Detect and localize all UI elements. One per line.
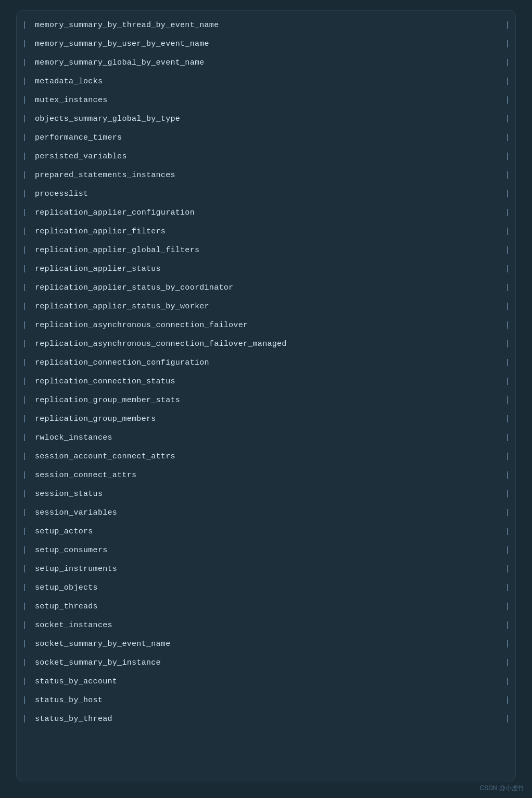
table-row: |setup_instruments| <box>17 560 515 579</box>
cell-value: socket_instances <box>32 619 500 632</box>
table-row: |status_by_thread| <box>17 710 515 729</box>
pipe-right: | <box>500 338 515 351</box>
table-row: |prepared_statements_instances| <box>17 166 515 185</box>
pipe-right: | <box>500 638 515 651</box>
pipe-left: | <box>17 713 32 726</box>
table-row: |socket_instances| <box>17 616 515 635</box>
pipe-left: | <box>17 394 32 407</box>
table-row: |processlist| <box>17 185 515 204</box>
table-row: |memory_summary_by_thread_by_event_name| <box>17 16 515 35</box>
table-row: |rwlock_instances| <box>17 429 515 447</box>
pipe-right: | <box>500 113 515 126</box>
pipe-right: | <box>500 57 515 69</box>
cell-value: setup_objects <box>32 582 500 594</box>
pipe-right: | <box>500 507 515 519</box>
pipe-left: | <box>17 451 32 463</box>
pipe-left: | <box>17 563 32 576</box>
cell-value: replication_connection_configuration <box>32 357 500 369</box>
pipe-left: | <box>17 94 32 107</box>
pipe-right: | <box>500 432 515 444</box>
cell-value: status_by_host <box>32 694 500 707</box>
pipe-right: | <box>500 188 515 201</box>
table-row: |replication_applier_filters| <box>17 222 515 241</box>
pipe-left: | <box>17 694 32 707</box>
cell-value: replication_group_members <box>32 413 500 426</box>
pipe-left: | <box>17 76 32 88</box>
table-row: |replication_group_members| <box>17 410 515 429</box>
pipe-left: | <box>17 226 32 238</box>
table-row: |status_by_host| <box>17 691 515 710</box>
pipe-right: | <box>500 132 515 144</box>
table-row: |session_status| <box>17 485 515 504</box>
pipe-left: | <box>17 263 32 276</box>
pipe-left: | <box>17 244 32 257</box>
table-row: |socket_summary_by_instance| <box>17 654 515 672</box>
table-row: |setup_consumers| <box>17 541 515 560</box>
pipe-left: | <box>17 357 32 369</box>
pipe-right: | <box>500 694 515 707</box>
table-row: |replication_group_member_stats| <box>17 391 515 410</box>
cell-value: setup_instruments <box>32 563 500 576</box>
cell-value: replication_asynchronous_connection_fail… <box>32 338 500 351</box>
pipe-left: | <box>17 638 32 651</box>
cell-value: replication_group_member_stats <box>32 394 500 407</box>
pipe-left: | <box>17 657 32 669</box>
cell-value: objects_summary_global_by_type <box>32 113 500 126</box>
cell-value: session_variables <box>32 507 500 519</box>
cell-value: setup_threads <box>32 601 500 613</box>
pipe-right: | <box>500 207 515 219</box>
pipe-left: | <box>17 376 32 388</box>
table-row: |session_connect_attrs| <box>17 466 515 485</box>
pipe-left: | <box>17 301 32 313</box>
table-row: |replication_applier_status_by_coordinat… <box>17 279 515 297</box>
pipe-left: | <box>17 207 32 219</box>
pipe-right: | <box>500 413 515 426</box>
table-row: |socket_summary_by_event_name| <box>17 635 515 654</box>
table-row: |status_by_account| <box>17 672 515 691</box>
pipe-right: | <box>500 713 515 726</box>
pipe-right: | <box>500 263 515 276</box>
cell-value: socket_summary_by_instance <box>32 657 500 669</box>
table-row: |memory_summary_global_by_event_name| <box>17 54 515 72</box>
table-row: |replication_applier_status| <box>17 260 515 279</box>
cell-value: replication_applier_configuration <box>32 207 500 219</box>
cell-value: persisted_variables <box>32 151 500 163</box>
table-row: |performance_timers| <box>17 129 515 147</box>
pipe-right: | <box>500 319 515 332</box>
cell-value: metadata_locks <box>32 76 500 88</box>
pipe-right: | <box>500 544 515 557</box>
cell-value: session_account_connect_attrs <box>32 451 500 463</box>
pipe-left: | <box>17 132 32 144</box>
cell-value: rwlock_instances <box>32 432 500 444</box>
table-row: |setup_threads| <box>17 597 515 616</box>
table-row: |setup_objects| <box>17 579 515 597</box>
cell-value: status_by_thread <box>32 713 500 726</box>
pipe-left: | <box>17 582 32 594</box>
pipe-right: | <box>500 19 515 32</box>
cell-value: performance_timers <box>32 132 500 144</box>
cell-value: mutex_instances <box>32 94 500 107</box>
table-row: |persisted_variables| <box>17 147 515 166</box>
cell-value: replication_applier_status_by_coordinato… <box>32 282 500 294</box>
pipe-left: | <box>17 38 32 51</box>
table-row: |replication_connection_configuration| <box>17 354 515 372</box>
table-row: |replication_applier_configuration| <box>17 204 515 222</box>
table-row: |session_account_connect_attrs| <box>17 447 515 466</box>
pipe-left: | <box>17 413 32 426</box>
cell-value: replication_applier_status <box>32 263 500 276</box>
pipe-left: | <box>17 19 32 32</box>
pipe-right: | <box>500 76 515 88</box>
cell-value: setup_consumers <box>32 544 500 557</box>
table-row: |replication_applier_status_by_worker| <box>17 297 515 316</box>
pipe-left: | <box>17 544 32 557</box>
pipe-right: | <box>500 38 515 51</box>
pipe-left: | <box>17 188 32 201</box>
pipe-right: | <box>500 657 515 669</box>
table-row: |setup_actors| <box>17 522 515 541</box>
pipe-right: | <box>500 619 515 632</box>
pipe-left: | <box>17 488 32 501</box>
table-container: |memory_summary_by_thread_by_event_name|… <box>16 10 516 781</box>
pipe-right: | <box>500 601 515 613</box>
table-row: |replication_asynchronous_connection_fai… <box>17 335 515 354</box>
pipe-left: | <box>17 526 32 538</box>
